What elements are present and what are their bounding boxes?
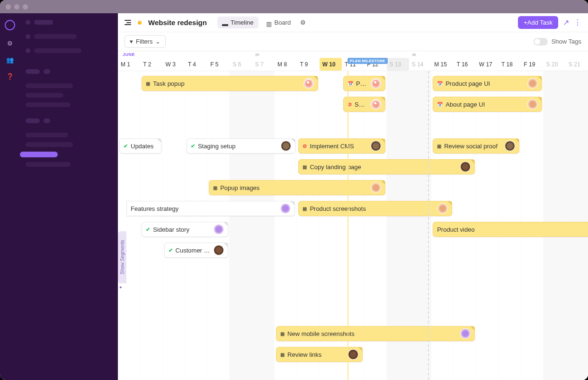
tab-timeline[interactable]: ▬ Timeline	[217, 17, 258, 28]
day-header[interactable]: T 18	[499, 58, 521, 71]
assignee-avatar[interactable]	[371, 78, 381, 89]
task-name: Implement CMS	[310, 143, 367, 150]
assignee-avatar[interactable]	[371, 99, 381, 109]
task-name: Popup images	[220, 184, 367, 191]
timeline[interactable]: JUNE M 1T 2W 3T 4F 5S 6S 735M 8T 9W 10T …	[118, 51, 588, 380]
filters-button[interactable]: ▾ Filters ⌄	[125, 35, 166, 48]
show-tags-toggle[interactable]: Show Tags	[534, 38, 581, 45]
help-icon[interactable]: ❓	[6, 73, 14, 80]
milestone-line	[428, 71, 429, 380]
task-card[interactable]: ✔Sidebar story	[142, 222, 228, 237]
day-header[interactable]: S 735	[252, 58, 275, 71]
task-name: Product video	[437, 226, 585, 233]
task-card[interactable]: ▦New mobile screenshots	[276, 326, 475, 341]
menu-icon[interactable]	[125, 20, 131, 25]
milestone-badge[interactable]: PLAN MILESTONE	[347, 58, 388, 64]
progress-icon: ▦	[303, 206, 307, 211]
assignee-avatar[interactable]	[371, 141, 381, 151]
settings-icon[interactable]: ⚙	[7, 40, 13, 47]
calendar-icon: 📅	[437, 81, 443, 86]
assignee-avatar[interactable]	[214, 245, 224, 255]
timeline-icon: ▬	[222, 20, 228, 25]
progress-icon: ▦	[303, 164, 307, 170]
day-header[interactable]: S 6	[230, 58, 252, 71]
segments-chevron-icon: ▸	[120, 284, 122, 290]
day-header[interactable]: S 1436	[409, 58, 431, 71]
assignee-avatar[interactable]	[303, 78, 314, 89]
app-logo-icon[interactable]	[5, 20, 15, 30]
project-color-icon	[138, 21, 142, 25]
day-header[interactable]: M 8	[275, 58, 297, 71]
day-header[interactable]: W 3	[163, 58, 185, 71]
task-card[interactable]: ⊘Social	[343, 97, 385, 112]
task-card[interactable]: ▦Product screenshots	[298, 201, 452, 216]
assignee-avatar[interactable]	[505, 141, 515, 151]
sidebar-active-item[interactable]	[20, 152, 58, 157]
assignee-avatar[interactable]	[460, 328, 471, 339]
day-header[interactable]: F 19	[521, 58, 543, 71]
check-icon: ✔	[146, 226, 150, 233]
task-card[interactable]: ▦Review links	[276, 347, 363, 362]
day-header[interactable]: W 17	[476, 58, 499, 71]
assignee-avatar[interactable]	[437, 203, 448, 214]
assignee-avatar[interactable]	[460, 162, 471, 172]
more-icon[interactable]: ⋮	[574, 18, 581, 27]
assignee-avatar[interactable]	[527, 99, 538, 109]
team-icon[interactable]: 👥	[6, 56, 14, 63]
task-name: Review social proof	[444, 143, 502, 150]
progress-icon: ▦	[280, 352, 285, 357]
task-card[interactable]: Features strategy	[126, 201, 295, 216]
day-header[interactable]: T 9	[297, 58, 319, 71]
task-card[interactable]: ▦Task popup	[142, 76, 318, 91]
share-icon[interactable]: ↗	[563, 18, 569, 27]
add-task-button[interactable]: +Add Task	[518, 16, 558, 29]
progress-icon: ▦	[146, 81, 150, 86]
today-indicator	[347, 71, 348, 380]
task-name: Customer stories	[176, 247, 211, 254]
task-card[interactable]: ✔Staging setup	[187, 138, 296, 154]
task-name: Review links	[287, 351, 345, 358]
close-dot-icon[interactable]	[6, 4, 11, 9]
day-header[interactable]: S 20	[543, 58, 566, 71]
app-rail: ⚙ 👥 ❓	[0, 13, 20, 380]
check-icon: ✔	[124, 143, 128, 149]
task-card[interactable]: ✔Updates	[119, 138, 161, 154]
chevron-down-icon: ⌄	[155, 38, 160, 45]
day-header[interactable]: T 4	[185, 58, 207, 71]
tab-board[interactable]: ▥ Board	[261, 17, 296, 28]
assignee-avatar[interactable]	[214, 224, 224, 235]
task-card[interactable]: ▦Review social proof	[433, 138, 519, 154]
task-card[interactable]: ▦Copy landing page	[298, 159, 474, 174]
assignee-avatar[interactable]	[527, 78, 538, 89]
view-settings-icon[interactable]: ⚙	[298, 17, 308, 28]
day-header[interactable]: S 13	[387, 58, 409, 71]
task-card[interactable]: Product video	[433, 222, 588, 237]
task-card[interactable]: ▦Popup images	[209, 180, 385, 195]
min-dot-icon[interactable]	[14, 4, 19, 9]
assignee-avatar[interactable]	[371, 182, 381, 193]
progress-icon: ▦	[213, 185, 217, 190]
day-header[interactable]: S 21	[566, 58, 588, 71]
assignee-avatar[interactable]	[348, 349, 358, 360]
day-header[interactable]: T 2	[140, 58, 162, 71]
task-name: New mobile screenshots	[287, 330, 457, 337]
show-segments-tab[interactable]: Show Segments	[118, 231, 126, 283]
assignee-avatar[interactable]	[281, 141, 291, 151]
task-card[interactable]: ✔Customer stories	[164, 243, 229, 258]
task-name: Product screenshots	[310, 205, 435, 212]
day-header[interactable]: F 5	[207, 58, 230, 71]
task-card[interactable]: 📅Product page UI	[433, 76, 542, 91]
day-header[interactable]: M 15	[431, 58, 454, 71]
day-header[interactable]: W 10	[320, 58, 342, 71]
task-card[interactable]: 📅About page UI	[433, 97, 542, 112]
block-icon: ⊘	[303, 143, 307, 149]
max-dot-icon[interactable]	[23, 4, 28, 9]
task-name: Product	[356, 80, 368, 87]
calendar-icon: 📅	[437, 102, 443, 107]
day-header[interactable]: M 1	[118, 58, 140, 71]
task-card[interactable]: ⊘Implement CMS	[298, 138, 385, 154]
day-header[interactable]: T 16	[454, 58, 476, 71]
assignee-avatar[interactable]	[280, 203, 291, 214]
task-card[interactable]: 📅Product	[343, 76, 385, 91]
week-number: 35	[255, 53, 259, 57]
